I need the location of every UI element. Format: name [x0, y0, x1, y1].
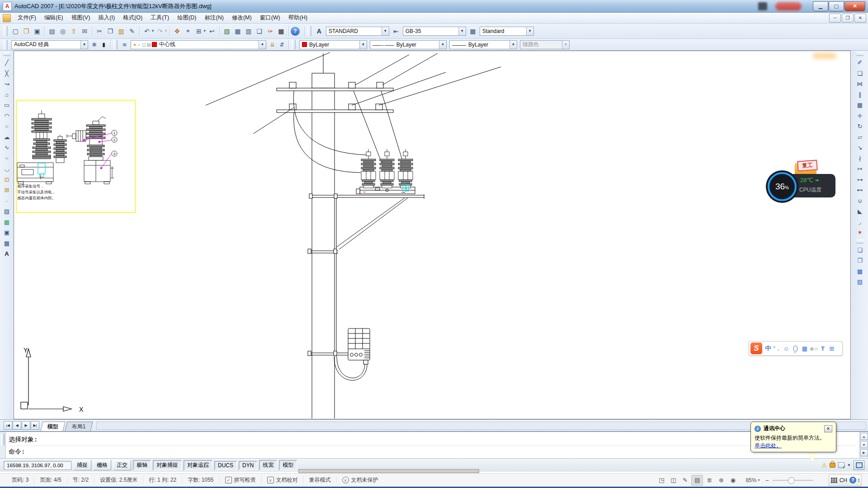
- zoom-out-icon[interactable]: −: [765, 477, 769, 484]
- copy-icon[interactable]: ❏: [854, 68, 865, 79]
- sogou-logo[interactable]: S: [750, 343, 762, 354]
- emoji-icon[interactable]: ☺: [782, 345, 791, 352]
- layer-combo[interactable]: ● ☼ ◻ ▤ 中心线 ▼: [131, 40, 266, 49]
- menu-view[interactable]: 视图(V): [67, 13, 94, 23]
- menu-file[interactable]: 文件(F): [14, 13, 40, 23]
- chevron-down-icon[interactable]: ▼: [359, 41, 367, 49]
- command-scrollbar[interactable]: ▲ ▼ ▶: [859, 432, 868, 458]
- menu-help[interactable]: 帮助(H): [284, 13, 311, 23]
- arc-icon[interactable]: ◠: [1, 111, 12, 122]
- insert-block-icon[interactable]: ⊡: [1, 174, 12, 185]
- properties-toolbar-grip[interactable]: [292, 40, 296, 50]
- microphone-icon[interactable]: [793, 346, 797, 352]
- lineweight-combo[interactable]: ——— ByLayer ▼: [449, 40, 517, 49]
- point-icon[interactable]: ·: [1, 196, 12, 206]
- menu-insert[interactable]: 插入(I): [94, 13, 119, 23]
- skin-icon[interactable]: T: [818, 345, 827, 352]
- toggle-lineweight[interactable]: 线宽: [259, 460, 277, 470]
- rotate-icon[interactable]: ↻: [854, 121, 865, 132]
- outline-view-icon[interactable]: ≣: [704, 475, 715, 485]
- hatch-icon[interactable]: ▨: [1, 206, 12, 217]
- toolbox-icon[interactable]: ⊞: [827, 345, 836, 352]
- maximize-button[interactable]: ▢: [829, 1, 844, 11]
- ellipse-arc-icon[interactable]: ◡: [1, 164, 12, 174]
- chevron-down-icon[interactable]: ▼: [509, 41, 517, 49]
- menu-format[interactable]: 格式(O): [119, 13, 146, 23]
- tab-first-icon[interactable]: |◀: [4, 421, 12, 430]
- make-layer-current-icon[interactable]: ⇊: [268, 40, 277, 49]
- workspace-combo[interactable]: AutoCAD 经典 ▼: [11, 40, 88, 49]
- menu-draw[interactable]: 绘图(D): [173, 13, 200, 23]
- circle-icon[interactable]: ○: [1, 121, 12, 132]
- zoom-level[interactable]: 85%: [745, 477, 756, 483]
- compatibility-mode-badge[interactable]: 兼容模式: [304, 476, 337, 484]
- sogou-input-bar[interactable]: S 中 °， ☺ ▦ ◉15 T ⊞: [749, 341, 843, 356]
- send-to-back-icon[interactable]: ❐: [854, 255, 865, 266]
- chevron-down-icon[interactable]: ▼: [458, 27, 466, 35]
- communication-center-balloon[interactable]: i 通讯中心 × 使软件保持最新的简单方法。 单击此处。: [750, 422, 836, 452]
- menu-edit[interactable]: 编辑(E): [40, 13, 67, 23]
- save-workspace-icon[interactable]: ▮: [99, 40, 108, 49]
- toggle-otrack[interactable]: 对象追踪: [184, 460, 212, 470]
- construction-line-icon[interactable]: ╳: [1, 68, 12, 79]
- draworder-toolbar-grip[interactable]: [856, 239, 863, 244]
- coordinates-readout[interactable]: 16598.19, 3106.97, 0.00: [4, 461, 71, 470]
- layer-lock-icon[interactable]: ◻: [142, 42, 146, 47]
- toolbar-lock-check-icon[interactable]: [838, 462, 844, 468]
- region-icon[interactable]: ▣: [1, 227, 12, 238]
- extend-icon[interactable]: ↦: [854, 164, 865, 174]
- command-splitter[interactable]: [0, 432, 6, 458]
- tray-dropdown-icon[interactable]: ▼: [847, 463, 851, 467]
- ellipse-icon[interactable]: ○: [1, 155, 12, 162]
- menu-window[interactable]: 窗口(W): [256, 13, 284, 23]
- menu-dimension[interactable]: 标注(N): [201, 13, 228, 23]
- rectangle-icon[interactable]: ▭: [1, 100, 12, 111]
- cpu-temp-widget[interactable]: 复工 36% 28℃ ❧ CPU温度: [768, 160, 840, 201]
- revision-cloud-icon[interactable]: ☁: [1, 132, 12, 143]
- scale-icon[interactable]: ▱: [854, 132, 865, 143]
- language-help-icon[interactable]: ?: [849, 477, 856, 483]
- break-at-point-icon[interactable]: ⊶: [854, 174, 865, 185]
- soft-keyboard-icon[interactable]: ▦: [800, 345, 809, 352]
- paste-icon[interactable]: ▥: [116, 26, 127, 37]
- balloon-link[interactable]: 单击此处。: [755, 442, 782, 449]
- plot-icon[interactable]: ▤: [47, 26, 57, 37]
- close-button[interactable]: ✕: [844, 1, 865, 11]
- plot-preview-icon[interactable]: ◎: [57, 26, 68, 37]
- save-icon[interactable]: ▣: [32, 26, 42, 37]
- layer-previous-icon[interactable]: ⇵: [277, 40, 287, 49]
- cut-icon[interactable]: ✂: [94, 26, 105, 37]
- keyboard-layout-icon[interactable]: [831, 478, 837, 483]
- bring-above-icon[interactable]: ▩: [854, 266, 865, 277]
- tab-last-icon[interactable]: ▶|: [31, 421, 39, 430]
- print-layout-icon[interactable]: ▤: [691, 475, 703, 486]
- undo-flyout[interactable]: ▼: [151, 29, 155, 33]
- color-combo[interactable]: ByLayer ▼: [299, 40, 367, 49]
- zoom-previous-icon[interactable]: ↩: [207, 26, 217, 37]
- doc-close-button[interactable]: ✕: [854, 14, 866, 23]
- layer-freeze-icon[interactable]: ☼: [137, 42, 141, 47]
- dim-style-icon[interactable]: ⇤: [391, 26, 401, 37]
- zoom-slider[interactable]: [773, 480, 813, 481]
- stretch-icon[interactable]: ↘: [854, 142, 865, 153]
- chamfer-icon[interactable]: ◣: [854, 206, 865, 217]
- tab-model[interactable]: 模型: [40, 422, 65, 431]
- publish-icon[interactable]: ⇪: [68, 26, 79, 37]
- modify-toolbar-grip[interactable]: [856, 52, 863, 56]
- minimize-button[interactable]: ▁: [813, 1, 828, 11]
- scroll-down-icon[interactable]: ▼: [860, 441, 868, 448]
- markup-icon[interactable]: ✑: [265, 26, 276, 37]
- write-mode-icon[interactable]: ✎: [679, 475, 690, 485]
- toggle-ducs[interactable]: DUCS: [214, 461, 237, 470]
- language-indicator[interactable]: CH: [840, 477, 847, 483]
- communication-warning-icon[interactable]: ⚠: [821, 462, 827, 469]
- tab-prev-icon[interactable]: ◀: [13, 421, 21, 430]
- layer-manager-icon[interactable]: ≋: [120, 40, 129, 49]
- protection-status[interactable]: x文档未保护: [337, 476, 384, 484]
- help-icon[interactable]: ?: [291, 27, 300, 36]
- spline-icon[interactable]: ∿: [1, 142, 12, 153]
- toggle-dyn[interactable]: DYN: [239, 461, 257, 470]
- offset-icon[interactable]: ∥: [854, 89, 865, 100]
- layer-on-icon[interactable]: ●: [133, 42, 136, 47]
- punctuation-icon[interactable]: °，: [773, 344, 782, 352]
